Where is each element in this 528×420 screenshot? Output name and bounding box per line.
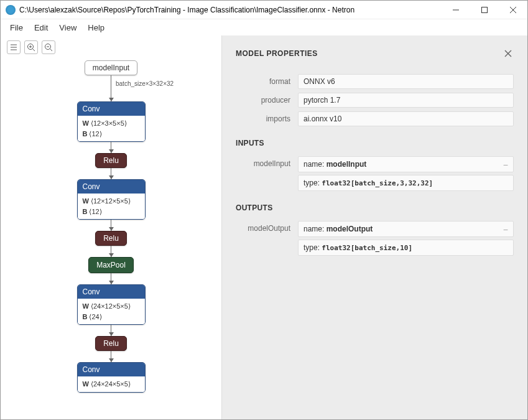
graph-edge [111, 351, 111, 362]
prop-producer: producer pytorch 1.7 [236, 93, 514, 108]
input-name-field[interactable]: name: modelInput − [298, 156, 514, 172]
menu-view[interactable]: View [53, 21, 82, 34]
prop-label: imports [236, 111, 298, 123]
node-relu-1[interactable]: Relu [95, 153, 127, 168]
collapse-icon[interactable]: − [503, 225, 508, 235]
prop-imports: imports ai.onnx v10 [236, 111, 514, 126]
svg-line-12 [50, 49, 53, 52]
node-conv-1[interactable]: Conv W⟨12×3×5×5⟩ B⟨12⟩ [77, 101, 146, 142]
graph-canvas[interactable]: modelInput batch_size×3×32×32 Conv W⟨12×… [1, 35, 221, 419]
node-conv-2[interactable]: Conv W⟨12×12×5×5⟩ B⟨12⟩ [77, 179, 146, 220]
close-panel-button[interactable] [503, 48, 514, 59]
prop-label: producer [236, 93, 298, 105]
outputs-section-title: OUTPUTS [236, 203, 514, 212]
prop-value: pytorch 1.7 [298, 93, 514, 108]
prop-format: format ONNX v6 [236, 74, 514, 89]
menu-file[interactable]: File [4, 21, 29, 34]
node-relu-3[interactable]: Relu [95, 336, 127, 351]
graph-toolbar [7, 40, 55, 54]
input-row: modelInput name: modelInput − type: floa… [236, 156, 514, 191]
prop-value: ONNX v6 [298, 74, 514, 89]
input-label: modelInput [236, 156, 298, 168]
zoom-out-button[interactable] [42, 40, 55, 54]
graph-edge [111, 246, 111, 257]
window-controls [442, 1, 527, 19]
edge-label: batch_size×3×32×32 [116, 80, 174, 87]
graph-edge [111, 220, 111, 231]
prop-value: ai.onnx v10 [298, 111, 514, 126]
zoom-in-button[interactable] [24, 40, 38, 54]
graph-edge [111, 273, 111, 284]
prop-label: format [236, 74, 298, 86]
output-label: modelOutput [236, 221, 298, 233]
minimize-button[interactable] [442, 1, 470, 19]
titlebar: C:\Users\alexzak\Source\Repos\PyTorchTra… [1, 1, 527, 19]
close-button[interactable] [499, 1, 527, 19]
input-type-field: type: float32[batch_size,3,32,32] [298, 175, 514, 191]
node-title: Conv [78, 363, 145, 376]
node-relu-2[interactable]: Relu [95, 231, 127, 246]
content-area: modelInput batch_size×3×32×32 Conv W⟨12×… [1, 35, 527, 419]
model-graph: modelInput batch_size×3×32×32 Conv W⟨12×… [77, 60, 146, 393]
window-title: C:\Users\alexzak\Source\Repos\PyTorchTra… [19, 6, 442, 14]
node-params: W⟨12×3×5×5⟩ B⟨12⟩ [78, 116, 145, 141]
output-type-field: type: float32[batch_size,10] [298, 240, 514, 256]
node-params: W⟨24×12×5×5⟩ B⟨24⟩ [78, 299, 145, 324]
sidebar-toggle-button[interactable] [7, 40, 21, 54]
properties-panel: MODEL PROPERTIES format ONNX v6 producer… [221, 35, 527, 419]
svg-rect-1 [482, 7, 488, 12]
maximize-button[interactable] [470, 1, 499, 19]
node-model-input[interactable]: modelInput [85, 60, 137, 75]
app-icon [6, 5, 16, 15]
output-name-field[interactable]: name: modelOutput − [298, 221, 514, 237]
graph-edge [111, 325, 111, 336]
graph-edge [111, 168, 111, 179]
node-conv-3[interactable]: Conv W⟨24×12×5×5⟩ B⟨24⟩ [77, 284, 146, 325]
node-conv-4[interactable]: Conv W⟨24×24×5×5⟩ [77, 362, 146, 393]
node-title: Conv [78, 180, 145, 194]
menubar: File Edit View Help [1, 19, 527, 35]
collapse-icon[interactable]: − [503, 160, 508, 170]
app-window: C:\Users\alexzak\Source\Repos\PyTorchTra… [0, 0, 528, 420]
node-title: Conv [78, 285, 145, 299]
inputs-section-title: INPUTS [236, 139, 514, 147]
node-title: Conv [78, 102, 145, 116]
node-maxpool[interactable]: MaxPool [88, 257, 134, 273]
menu-edit[interactable]: Edit [29, 21, 53, 34]
graph-edge: batch_size×3×32×32 [111, 75, 111, 101]
menu-help[interactable]: Help [82, 21, 110, 34]
svg-line-8 [33, 49, 35, 52]
output-row: modelOutput name: modelOutput − type: fl… [236, 221, 514, 256]
graph-edge [111, 142, 111, 153]
node-params: W⟨24×24×5×5⟩ [78, 376, 145, 392]
node-params: W⟨12×12×5×5⟩ B⟨12⟩ [78, 194, 145, 219]
panel-title: MODEL PROPERTIES [236, 49, 318, 58]
